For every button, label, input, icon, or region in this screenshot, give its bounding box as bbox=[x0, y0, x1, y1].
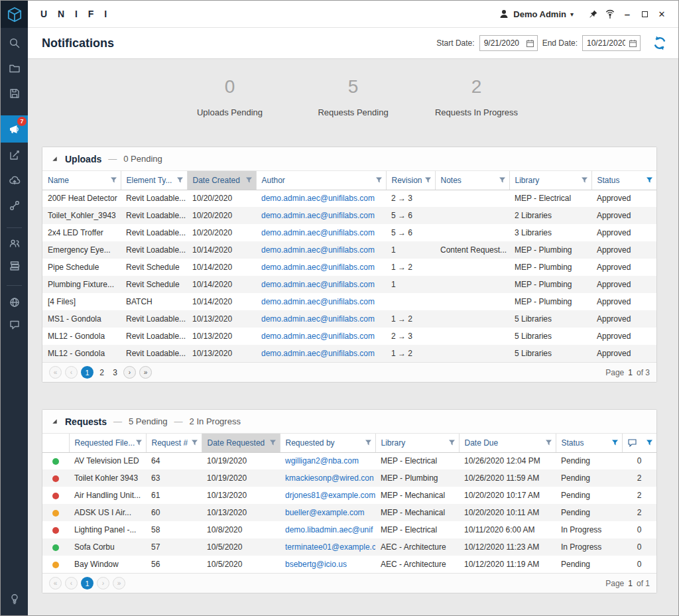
filter-icon-active[interactable] bbox=[646, 176, 653, 184]
request-requested-by-link[interactable]: bueller@example.com bbox=[280, 504, 375, 521]
filter-icon[interactable] bbox=[191, 439, 198, 446]
pager-last-button[interactable]: » bbox=[139, 366, 152, 379]
upload-row[interactable]: Pipe Schedule Revit Schedule 10/14/2020 … bbox=[42, 259, 656, 276]
request-requested-by-link[interactable]: demo.libadmin.aec@unif bbox=[280, 521, 375, 538]
filter-icon[interactable] bbox=[581, 176, 588, 184]
upload-author-link[interactable]: demo.admin.aec@unifilabs.com bbox=[256, 259, 386, 276]
pager-next-button[interactable]: › bbox=[123, 366, 136, 379]
uploads-panel-header[interactable]: Uploads — 0 Pending bbox=[42, 147, 656, 171]
start-date-input[interactable] bbox=[480, 38, 523, 48]
sidebar-item-search[interactable] bbox=[1, 31, 28, 56]
pager-first-button[interactable]: « bbox=[49, 577, 62, 589]
upload-author-link[interactable]: demo.admin.aec@unifilabs.com bbox=[256, 207, 386, 224]
upload-row[interactable]: 2x4 LED Troffer Revit Loadable... 10/20/… bbox=[42, 224, 656, 241]
filter-icon-active[interactable] bbox=[646, 439, 653, 446]
pager-page-1[interactable]: 1 bbox=[81, 577, 93, 589]
filter-icon[interactable] bbox=[375, 176, 383, 184]
column-header-date-due[interactable]: Date Due bbox=[459, 434, 556, 452]
sidebar-item-edit[interactable] bbox=[1, 143, 28, 168]
sidebar-item-projects[interactable] bbox=[1, 56, 28, 81]
upload-row[interactable]: Plumbing Fixture... Revit Schedule 10/14… bbox=[42, 276, 656, 293]
column-header-request-number[interactable]: Request # bbox=[146, 434, 202, 452]
refresh-button[interactable] bbox=[650, 34, 669, 52]
filter-icon[interactable] bbox=[245, 176, 253, 184]
column-header-revision[interactable]: Revision bbox=[386, 171, 435, 190]
upload-row[interactable]: Emergency Eye... Revit Loadable... 10/14… bbox=[42, 241, 656, 259]
unifi-logo[interactable] bbox=[1, 1, 28, 28]
upload-row[interactable]: 200F Heat Detector Revit Loadable... 10/… bbox=[42, 190, 656, 207]
filter-icon[interactable] bbox=[448, 439, 456, 446]
maximize-button[interactable] bbox=[636, 5, 653, 23]
pager-prev-button[interactable]: ‹ bbox=[65, 366, 78, 379]
column-header-name[interactable]: Name bbox=[42, 171, 121, 190]
filter-icon[interactable] bbox=[269, 439, 277, 446]
column-header-date-requested[interactable]: Date Requested bbox=[202, 434, 280, 452]
sidebar-item-cloud-upload[interactable] bbox=[1, 168, 28, 193]
request-requested-by-link[interactable]: terminatee01@example.c bbox=[280, 538, 375, 556]
pager-page-1[interactable]: 1 bbox=[81, 366, 93, 379]
column-header-notes[interactable]: Notes bbox=[435, 171, 509, 190]
request-row[interactable]: Bay Window 56 10/5/2020 bsebertg@icio.us… bbox=[42, 556, 656, 573]
request-row[interactable]: ADSK US I Air... 60 10/13/2020 bueller@e… bbox=[42, 504, 656, 521]
upload-author-link[interactable]: demo.admin.aec@unifilabs.com bbox=[256, 241, 386, 259]
column-header-status[interactable]: Status bbox=[591, 171, 656, 190]
sidebar-item-chat[interactable] bbox=[1, 314, 28, 336]
pager-prev-button[interactable]: ‹ bbox=[65, 577, 78, 589]
request-requested-by-link[interactable]: wgilligan2@nba.com bbox=[280, 452, 375, 469]
filter-icon[interactable] bbox=[110, 176, 117, 184]
end-date-field[interactable] bbox=[582, 35, 641, 51]
filter-icon[interactable] bbox=[135, 439, 143, 446]
sidebar-item-library[interactable] bbox=[1, 255, 28, 277]
minimize-button[interactable]: – bbox=[619, 5, 636, 23]
request-row[interactable]: Sofa Corbu 57 10/5/2020 terminatee01@exa… bbox=[42, 538, 656, 556]
user-menu[interactable]: Demo Admin ▾ bbox=[499, 9, 574, 19]
filter-icon[interactable] bbox=[545, 439, 552, 446]
end-date-input[interactable] bbox=[583, 38, 625, 48]
calendar-icon[interactable] bbox=[526, 39, 534, 48]
request-row[interactable]: Toilet Kohler 3943 63 10/19/2020 kmackie… bbox=[42, 469, 656, 487]
upload-author-link[interactable]: demo.admin.aec@unifilabs.com bbox=[256, 276, 386, 293]
sidebar-item-connections[interactable] bbox=[1, 193, 28, 218]
pager-last-button[interactable]: » bbox=[113, 577, 125, 589]
column-header-requested-by[interactable]: Requested by bbox=[280, 434, 375, 452]
pager-first-button[interactable]: « bbox=[49, 366, 62, 379]
column-header-status[interactable]: Status bbox=[556, 434, 622, 452]
upload-row[interactable]: [4 Files] BATCH 10/14/2020 demo.admin.ae… bbox=[42, 293, 656, 310]
upload-author-link[interactable]: demo.admin.aec@unifilabs.com bbox=[256, 190, 386, 207]
pager-next-button[interactable]: › bbox=[97, 577, 109, 589]
upload-row[interactable]: ML12 - Gondola Revit Loadable... 10/13/2… bbox=[42, 345, 656, 362]
column-header-author[interactable]: Author bbox=[256, 171, 386, 190]
pin-button[interactable] bbox=[584, 5, 601, 23]
cast-button[interactable] bbox=[601, 5, 619, 23]
pager-page-3[interactable]: 3 bbox=[110, 368, 120, 377]
upload-author-link[interactable]: demo.admin.aec@unifilabs.com bbox=[256, 293, 386, 310]
upload-author-link[interactable]: demo.admin.aec@unifilabs.com bbox=[256, 328, 386, 345]
sidebar-item-notifications[interactable]: 7 bbox=[1, 115, 28, 143]
upload-row[interactable]: ML12 - Gondola Revit Loadable... 10/13/2… bbox=[42, 328, 656, 345]
filter-icon[interactable] bbox=[176, 176, 184, 184]
column-header-library[interactable]: Library bbox=[375, 434, 459, 452]
request-row[interactable]: Air Handling Unit... 61 10/13/2020 drjon… bbox=[42, 487, 656, 504]
requests-panel-header[interactable]: Requests — 5 Pending — 2 In Progress bbox=[42, 410, 656, 434]
upload-author-link[interactable]: demo.admin.aec@unifilabs.com bbox=[256, 310, 386, 328]
filter-icon-active[interactable] bbox=[611, 439, 619, 446]
request-requested-by-link[interactable]: bsebertg@icio.us bbox=[280, 556, 375, 573]
collapse-icon[interactable] bbox=[51, 155, 58, 162]
sidebar-item-web[interactable] bbox=[1, 291, 28, 314]
upload-row[interactable]: Toilet_Kohler_3943 Revit Loadable... 10/… bbox=[42, 207, 656, 224]
upload-author-link[interactable]: demo.admin.aec@unifilabs.com bbox=[256, 224, 386, 241]
column-header-requested-file[interactable]: Requested File... bbox=[69, 434, 146, 452]
sidebar-item-save[interactable] bbox=[1, 81, 28, 106]
sidebar-item-ideas[interactable] bbox=[1, 586, 28, 611]
start-date-field[interactable] bbox=[479, 35, 538, 51]
filter-icon[interactable] bbox=[499, 176, 506, 184]
collapse-icon[interactable] bbox=[51, 418, 58, 425]
column-header-comments[interactable] bbox=[622, 434, 656, 452]
calendar-icon[interactable] bbox=[629, 39, 637, 48]
request-requested-by-link[interactable]: drjones81@example.com bbox=[280, 487, 375, 504]
request-row[interactable]: Lighting Panel -... 58 10/8/2020 demo.li… bbox=[42, 521, 656, 538]
column-header-element-type[interactable]: Element Ty... bbox=[121, 171, 187, 190]
upload-row[interactable]: MS1 - Gondola Revit Loadable... 10/13/20… bbox=[42, 310, 656, 328]
filter-icon[interactable] bbox=[365, 439, 372, 446]
request-requested-by-link[interactable]: kmackiesonp@wired.con bbox=[280, 469, 375, 487]
